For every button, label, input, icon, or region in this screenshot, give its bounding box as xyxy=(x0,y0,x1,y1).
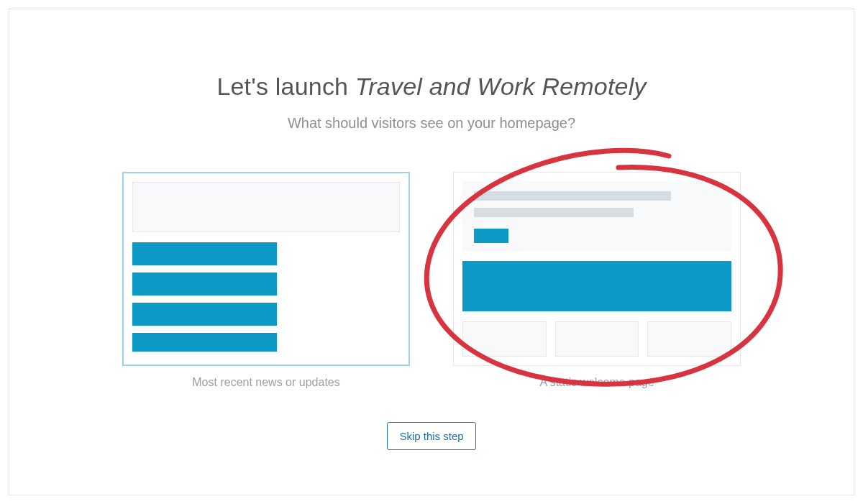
option-static-preview xyxy=(453,172,741,366)
preview-card xyxy=(462,321,547,357)
option-blog-preview xyxy=(122,172,410,366)
preview-post-bar xyxy=(132,303,277,326)
preview-banner-block xyxy=(462,261,731,311)
preview-text-line xyxy=(474,208,634,217)
preview-post-bar xyxy=(132,272,277,295)
preview-hero xyxy=(462,181,731,251)
preview-header-placeholder xyxy=(132,182,400,232)
preview-post-bar xyxy=(132,242,277,265)
site-name: Travel and Work Remotely xyxy=(355,73,647,100)
preview-card-row xyxy=(462,321,731,357)
option-static-caption: A static welcome page xyxy=(539,376,654,389)
skip-wrap: Skip this step xyxy=(387,422,475,450)
option-blog-caption: Most recent news or updates xyxy=(192,376,339,389)
preview-post-bars xyxy=(132,242,277,356)
preview-post-bar xyxy=(132,333,277,352)
title-prefix: Let's launch xyxy=(216,73,355,100)
page-subtitle: What should visitors see on your homepag… xyxy=(288,115,575,132)
preview-card xyxy=(555,321,639,357)
preview-text-line xyxy=(474,191,671,201)
setup-panel: Let's launch Travel and Work Remotely Wh… xyxy=(9,9,854,495)
option-static[interactable]: A static welcome page xyxy=(453,172,741,389)
preview-cta-stub xyxy=(474,229,508,243)
homepage-options: Most recent news or updates xyxy=(122,172,741,389)
skip-button[interactable]: Skip this step xyxy=(387,422,475,450)
option-blog[interactable]: Most recent news or updates xyxy=(122,172,410,389)
page-title: Let's launch Travel and Work Remotely xyxy=(216,73,646,101)
preview-card xyxy=(647,321,731,357)
